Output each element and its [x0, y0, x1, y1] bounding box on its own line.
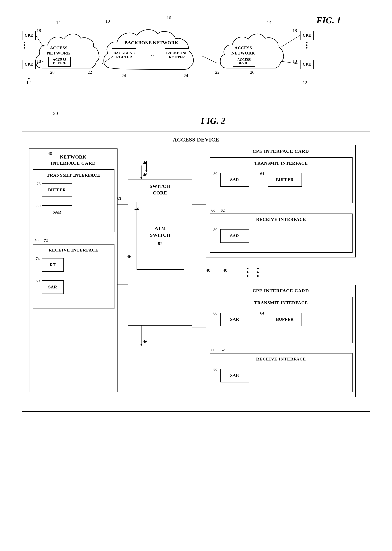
ref-50: 50 [117, 196, 121, 201]
atm-switch-num: 82 [158, 241, 163, 246]
cpe2-tx-sar-box: SAR [220, 313, 249, 326]
ref-80-cpe1-tx: 80 [213, 171, 217, 176]
cpe1-rx-label: RECEIVE INTERFACE [210, 217, 352, 222]
cpe1-rx-box: RECEIVE INTERFACE SAR 80 [210, 214, 353, 253]
ref-44: 44 [134, 206, 139, 211]
cpe-card1-outer: CPE INTERFACE CARD TRANSMIT INTERFACE SA… [206, 145, 356, 257]
svg-line-21 [202, 56, 217, 63]
svg-line-18 [36, 35, 43, 47]
nic-rx-rt-box: RT [42, 258, 64, 272]
ref-80-cpe2-tx: 80 [213, 311, 217, 316]
cpe-card2-label: CPE INTERFACE CARD [206, 288, 355, 294]
ref-64-top: 64 [260, 171, 264, 176]
atm-switch-label: ATM SWITCH [150, 225, 171, 238]
nic-tx-label: TRANSMIT INTERFACE [33, 173, 114, 178]
nic-outer-box: NETWORK INTERFACE CARD TRANSMIT INTERFAC… [29, 148, 118, 392]
ref-74: 74 [36, 256, 40, 261]
nic-transmit-box: TRANSMIT INTERFACE BUFFER 76 SAR 80 [33, 169, 114, 232]
ref-46-bot: 46 [143, 339, 147, 344]
ref-40-arrow: 40 [143, 160, 147, 166]
cpe1-tx-buffer-box: BUFFER [268, 173, 302, 187]
cpe-card2-outer: CPE INTERFACE CARD TRANSMIT INTERFACE SA… [206, 285, 356, 397]
ref-46-top: 46 [143, 172, 147, 177]
ref-80-cpe1-rx: 80 [213, 227, 217, 232]
fig1-title: FIG. 1 [316, 15, 341, 25]
ref-80-cpe2-rx: 80 [213, 367, 217, 372]
atm-switch-box: ATM SWITCH 82 [137, 202, 184, 270]
ref-76: 76 [36, 181, 41, 186]
cpe-dots-left [247, 268, 248, 277]
nic-label: NETWORK INTERFACE CARD [33, 154, 114, 166]
svg-marker-33 [140, 344, 142, 346]
ref-80-nic-rx: 80 [36, 279, 40, 283]
cpe2-rx-label: RECEIVE INTERFACE [210, 356, 352, 362]
fig1-container: FIG. 1 10 16 ACCESS NETWORK ACCESS DEVIC… [17, 14, 375, 102]
svg-marker-31 [140, 177, 142, 179]
svg-line-20 [102, 56, 113, 64]
switch-core-label: SWITCH CORE [128, 183, 192, 196]
fig2-title: FIG. 2 [56, 116, 371, 126]
fig2-outer-box: ACCESS DEVICE NETWORK INTERFACE CARD TRA… [22, 131, 371, 412]
nic-rx-sar-box: SAR [42, 280, 64, 294]
ref-70: 70 [35, 238, 39, 243]
ref-20-fig2: 20 [53, 111, 58, 116]
page: FIG. 1 10 16 ACCESS NETWORK ACCESS DEVIC… [0, 0, 392, 551]
ref-64-bot: 64 [260, 311, 264, 316]
ref-60-bot: 60 [211, 348, 216, 352]
switch-core-box: SWITCH CORE ATM SWITCH 82 [128, 179, 192, 326]
nic-tx-buffer-box: BUFFER [42, 183, 72, 197]
ref-48-right: 48 [223, 268, 227, 273]
nic-rx-label: RECEIVE INTERFACE [33, 247, 114, 253]
cpe2-rx-box: RECEIVE INTERFACE SAR 80 [210, 353, 353, 392]
cpe2-rx-sar-box: SAR [220, 369, 249, 382]
ref-80-nic-tx: 80 [36, 204, 41, 208]
cpe1-tx-box: TRANSMIT INTERFACE SAR 80 BUFFER 64 [210, 157, 353, 203]
ref-60-top: 60 [211, 208, 216, 213]
ref-40-left: 40 [48, 151, 52, 156]
cpe1-tx-label: TRANSMIT INTERFACE [210, 161, 352, 166]
ref-62-bot: 62 [221, 348, 225, 352]
svg-line-19 [36, 61, 43, 64]
cpe2-tx-buffer-box: BUFFER [268, 313, 302, 326]
cpe1-tx-sar-box: SAR [220, 173, 249, 187]
cpe2-tx-label: TRANSMIT INTERFACE [210, 300, 352, 305]
cpe-card1-label: CPE INTERFACE CARD [206, 148, 355, 154]
ref-62-top: 62 [221, 208, 225, 213]
svg-marker-35 [145, 170, 147, 172]
nic-receive-box: RECEIVE INTERFACE RT 74 SAR 80 [33, 244, 114, 309]
ref-48-left: 48 [206, 268, 210, 273]
fig1-connections [17, 14, 316, 90]
nic-tx-sar-box: SAR [42, 205, 72, 219]
svg-line-23 [281, 61, 300, 64]
ref-72: 72 [44, 238, 48, 243]
svg-line-22 [281, 35, 300, 47]
cpe1-rx-sar-box: SAR [220, 229, 249, 243]
ref-46-mid: 46 [127, 254, 131, 259]
cpe2-tx-box: TRANSMIT INTERFACE SAR 80 BUFFER 64 [210, 297, 353, 343]
cpe-dots-right [257, 268, 259, 277]
fig2-container: 20 FIG. 2 ACCESS DEVICE NETWORK INTERFAC… [22, 116, 371, 412]
svg-marker-25 [28, 78, 30, 80]
access-device-label: ACCESS DEVICE [22, 137, 370, 143]
